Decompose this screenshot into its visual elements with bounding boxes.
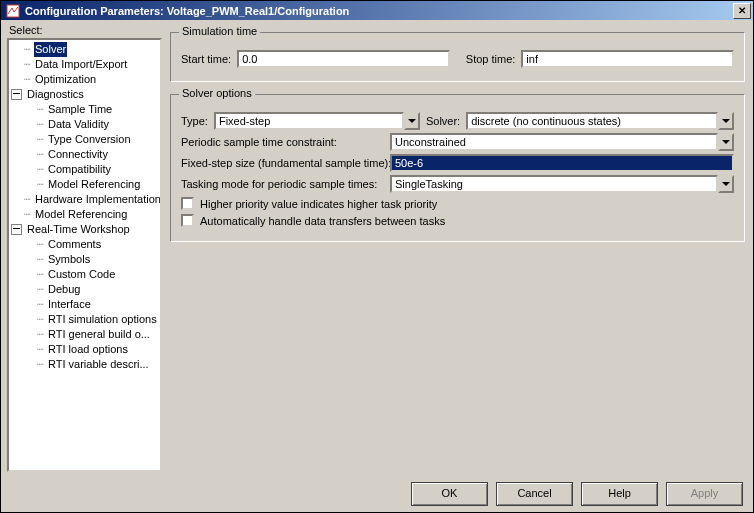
tree-item[interactable]: ┈Sample Time: [11, 102, 158, 117]
cancel-button[interactable]: Cancel: [496, 482, 573, 506]
type-label: Type:: [181, 115, 208, 127]
simulation-time-group: Simulation time Start time: Stop time:: [170, 32, 745, 82]
checkbox-icon: [181, 214, 194, 227]
chevron-down-icon[interactable]: [718, 133, 734, 151]
tree-item-solver[interactable]: ┈Solver: [11, 42, 158, 57]
window-title: Configuration Parameters: Voltage_PWM_Re…: [23, 5, 733, 17]
tree-item[interactable]: ┈Compatibility: [11, 162, 158, 177]
stop-time-label: Stop time:: [466, 53, 516, 65]
tree-item-diagnostics[interactable]: Diagnostics: [11, 87, 158, 102]
close-button[interactable]: ✕: [733, 3, 751, 19]
tree-item[interactable]: ┈Symbols: [11, 252, 158, 267]
tree-item[interactable]: ┈RTI load options: [11, 342, 158, 357]
stop-time-input[interactable]: [521, 50, 734, 68]
checkbox-label: Higher priority value indicates higher t…: [200, 198, 437, 210]
sidebar-label: Select:: [7, 24, 162, 38]
content-pane: Simulation time Start time: Stop time: S…: [168, 24, 747, 472]
apply-button[interactable]: Apply: [666, 482, 743, 506]
help-button[interactable]: Help: [581, 482, 658, 506]
tree-item[interactable]: ┈Comments: [11, 237, 158, 252]
tree-item[interactable]: ┈RTI variable descri...: [11, 357, 158, 372]
tree-item[interactable]: ┈Connectivity: [11, 147, 158, 162]
tree-item[interactable]: ┈Data Import/Export: [11, 57, 158, 72]
solver-options-group: Solver options Type: Fixed-step Solver: …: [170, 94, 745, 242]
tree-item[interactable]: ┈Interface: [11, 297, 158, 312]
periodic-label: Periodic sample time constraint:: [181, 136, 384, 148]
higher-priority-checkbox[interactable]: Higher priority value indicates higher t…: [181, 197, 734, 210]
tree-item[interactable]: ┈Custom Code: [11, 267, 158, 282]
tree-item[interactable]: ┈Optimization: [11, 72, 158, 87]
config-tree[interactable]: ┈Solver ┈Data Import/Export ┈Optimizatio…: [7, 38, 162, 472]
tree-item-rtw[interactable]: Real-Time Workshop: [11, 222, 158, 237]
tree-item[interactable]: ┈Model Referencing: [11, 207, 158, 222]
checkbox-label: Automatically handle data transfers betw…: [200, 215, 445, 227]
close-icon: ✕: [738, 6, 746, 16]
tree-item[interactable]: ┈RTI general build o...: [11, 327, 158, 342]
tree-item[interactable]: ┈RTI simulation options: [11, 312, 158, 327]
auto-data-transfer-checkbox[interactable]: Automatically handle data transfers betw…: [181, 214, 734, 227]
chevron-down-icon[interactable]: [718, 112, 734, 130]
step-size-input[interactable]: [390, 154, 734, 172]
tree-item[interactable]: ┈Hardware Implementation: [11, 192, 158, 207]
group-legend: Simulation time: [179, 25, 260, 37]
collapse-icon[interactable]: [11, 89, 22, 100]
sidebar: Select: ┈Solver ┈Data Import/Export ┈Opt…: [7, 24, 162, 472]
tree-item[interactable]: ┈Type Conversion: [11, 132, 158, 147]
checkbox-icon: [181, 197, 194, 210]
periodic-select[interactable]: Unconstrained: [390, 133, 734, 151]
chevron-down-icon[interactable]: [718, 175, 734, 193]
type-select[interactable]: Fixed-step: [214, 112, 420, 130]
collapse-icon[interactable]: [11, 224, 22, 235]
tree-item[interactable]: ┈Model Referencing: [11, 177, 158, 192]
config-dialog: Configuration Parameters: Voltage_PWM_Re…: [0, 0, 754, 513]
tasking-select[interactable]: SingleTasking: [390, 175, 734, 193]
button-bar: OK Cancel Help Apply: [1, 476, 753, 512]
start-time-label: Start time:: [181, 53, 231, 65]
start-time-input[interactable]: [237, 50, 450, 68]
step-size-label: Fixed-step size (fundamental sample time…: [181, 157, 384, 169]
ok-button[interactable]: OK: [411, 482, 488, 506]
tree-item[interactable]: ┈Debug: [11, 282, 158, 297]
solver-label: Solver:: [426, 115, 460, 127]
solver-select[interactable]: discrete (no continuous states): [466, 112, 734, 130]
tree-item[interactable]: ┈Data Validity: [11, 117, 158, 132]
group-legend: Solver options: [179, 87, 255, 99]
chevron-down-icon[interactable]: [404, 112, 420, 130]
titlebar[interactable]: Configuration Parameters: Voltage_PWM_Re…: [1, 1, 753, 20]
simulink-icon: [6, 4, 20, 18]
tasking-label: Tasking mode for periodic sample times:: [181, 178, 384, 190]
